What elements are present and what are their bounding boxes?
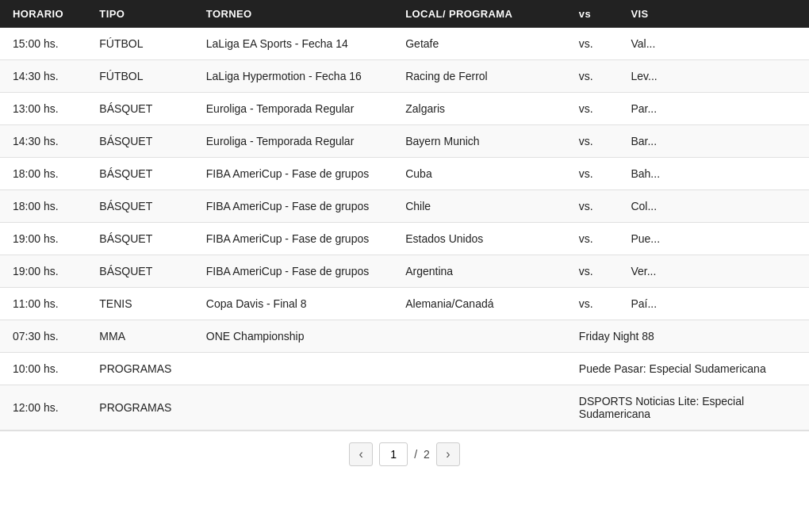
cell-tipo: PROGRAMAS — [86, 353, 193, 385]
cell-visitante: Lev... — [618, 60, 809, 93]
cell-vs: vs. — [566, 223, 619, 255]
table-row: 13:00 hs.BÁSQUETEuroliga - Temporada Reg… — [0, 93, 809, 125]
cell-torneo: ONE Championship — [194, 320, 393, 353]
col-header-torneo: TORNEO — [194, 0, 393, 28]
cell-visitante: DSPORTS Noticias Lite: Especial Sudameri… — [566, 385, 809, 431]
cell-vs: vs. — [566, 60, 619, 93]
cell-horario: 13:00 hs. — [0, 93, 86, 125]
cell-vs: vs. — [566, 158, 619, 190]
cell-torneo: Copa Davis - Final 8 — [194, 288, 393, 320]
cell-tipo: BÁSQUET — [86, 190, 193, 223]
cell-local — [393, 353, 566, 385]
table-body: 15:00 hs.FÚTBOLLaLiga EA Sports - Fecha … — [0, 28, 809, 431]
cell-tipo: BÁSQUET — [86, 125, 193, 158]
cell-vs: vs. — [566, 125, 619, 158]
cell-horario: 10:00 hs. — [0, 353, 86, 385]
cell-visitante: Col... — [618, 190, 809, 223]
cell-local: Estados Unidos — [393, 223, 566, 255]
cell-torneo: Euroliga - Temporada Regular — [194, 93, 393, 125]
cell-vs: vs. — [566, 93, 619, 125]
prev-page-button[interactable]: ‹ — [349, 442, 373, 466]
table-row: 14:30 hs.BÁSQUETEuroliga - Temporada Reg… — [0, 125, 809, 158]
table-row: 15:00 hs.FÚTBOLLaLiga EA Sports - Fecha … — [0, 28, 809, 60]
total-pages: 2 — [424, 448, 430, 461]
page-number-input[interactable] — [379, 442, 408, 466]
cell-visitante: Par... — [618, 93, 809, 125]
cell-horario: 11:00 hs. — [0, 288, 86, 320]
table-row: 19:00 hs.BÁSQUETFIBA AmeriCup - Fase de … — [0, 255, 809, 288]
cell-torneo — [194, 385, 393, 431]
cell-torneo: FIBA AmeriCup - Fase de grupos — [194, 255, 393, 288]
cell-horario: 14:30 hs. — [0, 125, 86, 158]
table-row: 14:30 hs.FÚTBOLLaLiga Hypermotion - Fech… — [0, 60, 809, 93]
cell-local: Getafe — [393, 28, 566, 60]
cell-horario: 07:30 hs. — [0, 320, 86, 353]
table-row: 19:00 hs.BÁSQUETFIBA AmeriCup - Fase de … — [0, 223, 809, 255]
table-row: 10:00 hs.PROGRAMASPuede Pasar: Especial … — [0, 353, 809, 385]
cell-tipo: TENIS — [86, 288, 193, 320]
cell-local: Cuba — [393, 158, 566, 190]
cell-torneo: LaLiga EA Sports - Fecha 14 — [194, 28, 393, 60]
cell-visitante: Pue... — [618, 223, 809, 255]
cell-horario: 19:00 hs. — [0, 255, 86, 288]
cell-visitante: Paí... — [618, 288, 809, 320]
cell-tipo: BÁSQUET — [86, 158, 193, 190]
cell-tipo: BÁSQUET — [86, 93, 193, 125]
cell-vs: vs. — [566, 288, 619, 320]
cell-local — [393, 320, 566, 353]
cell-local: Alemania/Canadá — [393, 288, 566, 320]
table-row: 12:00 hs.PROGRAMASDSPORTS Noticias Lite:… — [0, 385, 809, 431]
next-page-button[interactable]: › — [436, 442, 460, 466]
col-header-tipo: TIPO — [86, 0, 193, 28]
cell-horario: 12:00 hs. — [0, 385, 86, 431]
cell-horario: 18:00 hs. — [0, 190, 86, 223]
cell-torneo: FIBA AmeriCup - Fase de grupos — [194, 190, 393, 223]
cell-torneo: Euroliga - Temporada Regular — [194, 125, 393, 158]
pagination-bar: ‹ / 2 › — [0, 431, 809, 477]
cell-local: Chile — [393, 190, 566, 223]
cell-horario: 14:30 hs. — [0, 60, 86, 93]
cell-local: Racing de Ferrol — [393, 60, 566, 93]
cell-torneo: FIBA AmeriCup - Fase de grupos — [194, 223, 393, 255]
cell-torneo: LaLiga Hypermotion - Fecha 16 — [194, 60, 393, 93]
cell-horario: 19:00 hs. — [0, 223, 86, 255]
table-header-row: HORARIO TIPO TORNEO LOCAL/ PROGRAMA vs V… — [0, 0, 809, 28]
cell-local: Bayern Munich — [393, 125, 566, 158]
cell-tipo: FÚTBOL — [86, 60, 193, 93]
cell-vs: vs. — [566, 255, 619, 288]
col-header-vs: vs — [566, 0, 619, 28]
cell-visitante: Val... — [618, 28, 809, 60]
cell-local — [393, 385, 566, 431]
cell-vs: vs. — [566, 28, 619, 60]
cell-tipo: FÚTBOL — [86, 28, 193, 60]
schedule-table-container: HORARIO TIPO TORNEO LOCAL/ PROGRAMA vs V… — [0, 0, 809, 477]
cell-visitante: Puede Pasar: Especial Sudamericana — [566, 353, 809, 385]
cell-horario: 18:00 hs. — [0, 158, 86, 190]
page-separator: / — [414, 448, 417, 461]
cell-tipo: BÁSQUET — [86, 255, 193, 288]
schedule-table: HORARIO TIPO TORNEO LOCAL/ PROGRAMA vs V… — [0, 0, 809, 431]
cell-visitante: Bah... — [618, 158, 809, 190]
col-header-local: LOCAL/ PROGRAMA — [393, 0, 566, 28]
cell-visitante: Friday Night 88 — [566, 320, 809, 353]
cell-local: Zalgaris — [393, 93, 566, 125]
table-row: 18:00 hs.BÁSQUETFIBA AmeriCup - Fase de … — [0, 158, 809, 190]
cell-horario: 15:00 hs. — [0, 28, 86, 60]
cell-torneo — [194, 353, 393, 385]
cell-local: Argentina — [393, 255, 566, 288]
cell-vs: vs. — [566, 190, 619, 223]
col-header-vis: VIS — [618, 0, 809, 28]
cell-tipo: BÁSQUET — [86, 223, 193, 255]
table-row: 18:00 hs.BÁSQUETFIBA AmeriCup - Fase de … — [0, 190, 809, 223]
table-row: 07:30 hs.MMAONE ChampionshipFriday Night… — [0, 320, 809, 353]
cell-visitante: Ver... — [618, 255, 809, 288]
cell-torneo: FIBA AmeriCup - Fase de grupos — [194, 158, 393, 190]
cell-tipo: MMA — [86, 320, 193, 353]
cell-visitante: Bar... — [618, 125, 809, 158]
cell-tipo: PROGRAMAS — [86, 385, 193, 431]
table-row: 11:00 hs.TENISCopa Davis - Final 8Aleman… — [0, 288, 809, 320]
col-header-horario: HORARIO — [0, 0, 86, 28]
